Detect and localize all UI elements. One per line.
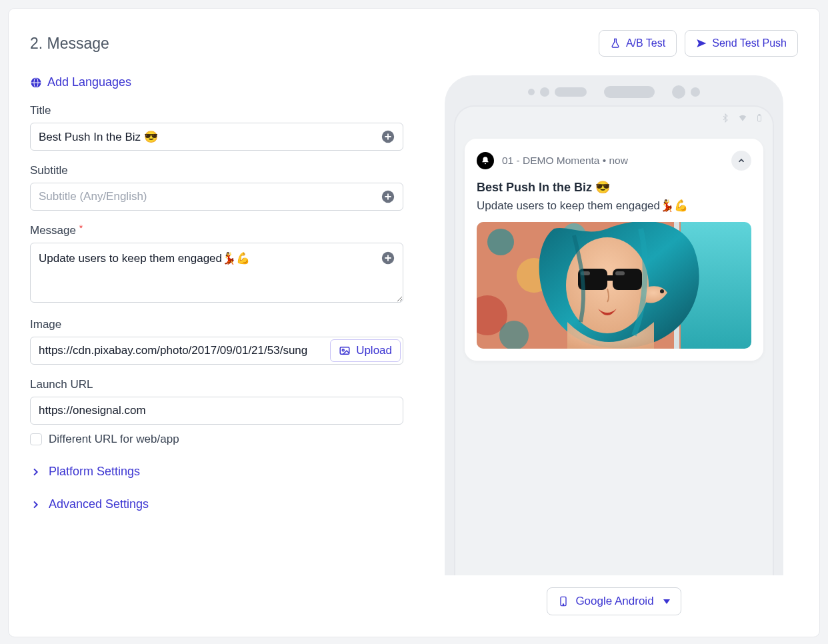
advanced-settings-toggle[interactable]: Advanced Settings — [30, 497, 403, 511]
flask-icon — [610, 38, 621, 49]
title-input[interactable] — [30, 123, 403, 151]
image-upload-icon — [339, 345, 351, 357]
different-url-checkbox[interactable] — [30, 433, 42, 445]
emoji-picker-icon[interactable] — [381, 251, 395, 265]
upload-button[interactable]: Upload — [330, 339, 401, 362]
svg-rect-7 — [758, 115, 761, 121]
platform-settings-toggle[interactable]: Platform Settings — [30, 465, 403, 479]
app-icon — [477, 152, 494, 169]
svg-rect-8 — [759, 115, 760, 116]
subtitle-label: Subtitle — [30, 164, 403, 177]
ab-test-button[interactable]: A/B Test — [599, 30, 677, 57]
notification-body: Update users to keep them engaged💃💪 — [477, 199, 751, 213]
emoji-picker-icon[interactable] — [381, 129, 395, 144]
svg-point-28 — [563, 604, 564, 605]
svg-rect-23 — [606, 275, 614, 281]
bell-icon — [481, 156, 490, 165]
add-languages-button[interactable]: Add Languages — [30, 75, 131, 89]
image-label: Image — [30, 318, 403, 331]
wifi-icon — [737, 113, 749, 123]
svg-point-16 — [499, 321, 529, 349]
required-indicator: * — [79, 223, 83, 233]
message-card: 2. Message A/B Test Send Test Push Add L… — [8, 8, 820, 637]
subtitle-input[interactable] — [30, 183, 403, 211]
battery-icon — [755, 113, 763, 123]
form-column: Add Languages Title Subtitle — [30, 75, 403, 615]
svg-point-6 — [342, 349, 344, 351]
emoji-picker-icon[interactable] — [381, 189, 395, 204]
notification-image — [477, 222, 751, 349]
chevron-right-icon — [30, 499, 41, 510]
launch-url-label: Launch URL — [30, 378, 403, 391]
caret-down-icon — [663, 599, 670, 604]
phone-mock: 01 - DEMO Momenta • now Best Push In the… — [445, 75, 783, 575]
message-textarea[interactable] — [30, 243, 403, 303]
title-label: Title — [30, 104, 403, 117]
globe-icon — [30, 77, 42, 89]
device-selector[interactable]: Google Android — [547, 587, 681, 615]
svg-point-26 — [660, 289, 664, 293]
notification-meta: 01 - DEMO Momenta • now — [502, 155, 723, 167]
phone-icon — [558, 595, 569, 607]
notification-title: Best Push In the Biz 😎 — [477, 180, 751, 195]
collapse-button[interactable] — [731, 151, 751, 171]
chevron-right-icon — [30, 467, 41, 477]
message-label: Message * — [30, 224, 403, 237]
status-bar — [465, 113, 763, 123]
chevron-up-icon — [737, 156, 746, 165]
card-header: 2. Message A/B Test Send Test Push — [30, 30, 798, 57]
svg-rect-25 — [615, 271, 625, 275]
header-actions: A/B Test Send Test Push — [599, 30, 798, 57]
section-title: 2. Message — [30, 35, 109, 53]
bluetooth-icon — [721, 113, 730, 123]
svg-point-12 — [487, 229, 514, 255]
phone-screen: 01 - DEMO Momenta • now Best Push In the… — [454, 105, 774, 575]
preview-column: 01 - DEMO Momenta • now Best Push In the… — [430, 75, 798, 615]
paper-plane-icon — [696, 38, 707, 49]
different-url-label: Different URL for web/app — [49, 433, 179, 446]
phone-hardware-top — [447, 85, 781, 99]
launch-url-input[interactable] — [30, 397, 403, 425]
notification-preview: 01 - DEMO Momenta • now Best Push In the… — [465, 139, 763, 361]
send-test-push-button[interactable]: Send Test Push — [685, 30, 798, 57]
